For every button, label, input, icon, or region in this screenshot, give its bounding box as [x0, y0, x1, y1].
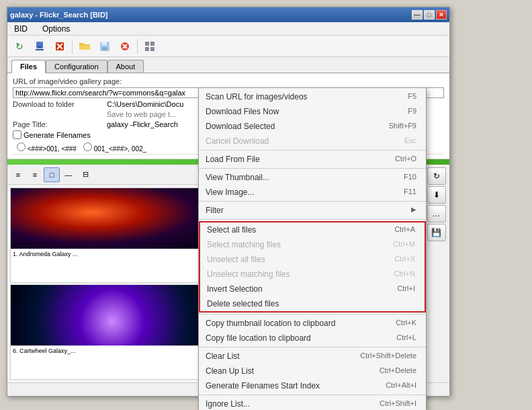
generate-filenames-text: Generate Filenames: [24, 131, 91, 139]
download-button[interactable]: [30, 38, 49, 55]
cm-select-matching: Select matching files Ctrl+M: [200, 237, 425, 252]
delete-button[interactable]: [116, 38, 134, 55]
cm-scan-url-label: Scan URL for images/videos: [206, 92, 308, 101]
cm-download-selected[interactable]: Download Selected Shift+F9: [199, 119, 426, 134]
svg-rect-2: [36, 49, 44, 50]
cm-unselect-all-shortcut: Ctrl+X: [394, 255, 415, 264]
cm-scan-url[interactable]: Scan URL for images/videos F5: [199, 89, 426, 104]
save-to-web-label: Save to web page t...: [107, 110, 176, 118]
cm-clear-list-shortcut: Ctrl+Shift+Delete: [360, 352, 416, 361]
title-bar: galaxy - Flickr_Search [BID] — □ ✕: [7, 7, 449, 22]
cm-cancel-download-shortcut: Esc: [404, 136, 416, 146]
tab-about[interactable]: About: [107, 60, 144, 73]
cm-sep-5: [199, 314, 426, 315]
cm-invert-selection[interactable]: Invert Selection Ctrl+I: [200, 282, 425, 296]
menu-bid[interactable]: BID: [10, 24, 32, 34]
cm-delete-selected[interactable]: Delete selected files: [200, 296, 425, 311]
menu-options[interactable]: Options: [38, 24, 74, 34]
cm-generate-index-label: Generate Filenames Start Index: [206, 381, 320, 391]
radio-1-label: <###>001, <###: [17, 142, 77, 153]
right-btn-1[interactable]: ↻: [427, 167, 446, 185]
cm-cancel-download-label: Cancel Download: [206, 136, 269, 146]
detail-view-btn[interactable]: ≡: [27, 167, 43, 182]
tab-configuration[interactable]: Configuration: [46, 60, 107, 73]
minimize-button[interactable]: —: [412, 10, 423, 19]
generate-filenames-checkbox[interactable]: [13, 130, 21, 139]
svg-rect-14: [145, 47, 149, 51]
cm-ignore-list[interactable]: Ignore List... Ctrl+Shift+I: [199, 397, 426, 410]
cm-download-now-shortcut: F9: [408, 107, 416, 116]
cm-clean-up-list-shortcut: Ctrl+Delete: [380, 366, 416, 376]
cm-download-now-label: Download Files Now: [206, 107, 279, 116]
folder-value: C:\Users\Dominic\Docu: [107, 100, 183, 108]
list-item[interactable]: 1. Andromeda Galaxy ...: [10, 188, 214, 283]
cm-copy-thumb-loc[interactable]: Copy thumbnail location to clipboard Ctr…: [199, 316, 426, 331]
thumb-image-1: [11, 188, 214, 249]
right-btn-3[interactable]: …: [427, 205, 446, 222]
cm-invert-selection-label: Invert Selection: [207, 284, 263, 294]
cm-unselect-matching-label: Unselect matching files: [207, 270, 290, 279]
stop-button[interactable]: [50, 38, 69, 55]
cm-sep-2: [199, 168, 426, 169]
refresh-button[interactable]: ↻: [10, 38, 29, 55]
cm-filter-arrow: ▶: [411, 206, 416, 215]
cm-sep-1: [199, 150, 426, 151]
list-item[interactable]: 6. Cartwheel Galaxy_...: [10, 284, 214, 380]
cm-scan-url-shortcut: F5: [408, 92, 416, 101]
cm-view-thumbnail-shortcut: F10: [404, 173, 416, 182]
radio-1-text: <###>001, <###: [28, 145, 77, 153]
cm-load-from-file-shortcut: Ctrl+O: [395, 155, 416, 164]
cm-clean-up-list[interactable]: Clean Up List Ctrl+Delete: [199, 364, 426, 378]
cm-download-now[interactable]: Download Files Now F9: [199, 104, 426, 119]
cm-unselect-matching: Unselect matching files Ctrl+N: [200, 267, 425, 282]
cm-select-matching-label: Select matching files: [207, 240, 281, 249]
menu-bar: BID Options: [7, 22, 449, 36]
tab-files[interactable]: Files: [11, 60, 46, 73]
tab-bar: Files Configuration About: [7, 57, 449, 73]
cm-copy-thumb-loc-label: Copy thumbnail location to clipboard: [206, 319, 335, 328]
grid-button[interactable]: [140, 38, 159, 55]
radio-2[interactable]: [83, 142, 92, 151]
cm-sep-3: [199, 201, 426, 202]
svg-rect-15: [150, 47, 154, 51]
cm-view-image[interactable]: View Image... F11: [199, 185, 426, 200]
cm-load-from-file-label: Load From File: [206, 155, 260, 164]
page-title-value: galaxy -Flickr_Search: [107, 120, 178, 128]
svg-rect-8: [102, 47, 107, 50]
maximize-button[interactable]: □: [424, 10, 435, 19]
cm-copy-file-loc[interactable]: Copy file location to clipboard Ctrl+L: [199, 331, 426, 345]
save-button[interactable]: [95, 38, 114, 55]
cm-ignore-list-label: Ignore List...: [206, 399, 250, 409]
cm-view-thumbnail[interactable]: View Thumbnail... F10: [199, 170, 426, 185]
page-title-label: Page Title:: [13, 120, 107, 128]
cm-sep-4: [199, 219, 426, 220]
cm-load-from-file[interactable]: Load From File Ctrl+O: [199, 152, 426, 167]
close-button[interactable]: ✕: [436, 10, 447, 19]
cm-invert-selection-shortcut: Ctrl+I: [397, 284, 415, 294]
cm-filter[interactable]: Filter ▶: [199, 203, 426, 218]
folder-button[interactable]: [75, 38, 94, 55]
main-toolbar: ↻: [7, 36, 449, 57]
cm-select-matching-shortcut: Ctrl+M: [393, 240, 415, 249]
cm-download-selected-label: Download Selected: [206, 122, 275, 131]
radio-2-label: 001_<###>, 002_: [83, 142, 146, 153]
cm-generate-index[interactable]: Generate Filenames Start Index Ctrl+Alt+…: [199, 378, 426, 393]
thumb-image-6: [11, 285, 214, 345]
cm-copy-thumb-loc-shortcut: Ctrl+K: [396, 319, 416, 328]
generate-filenames-label: Generate Filenames: [13, 130, 91, 139]
cm-sep-7: [199, 395, 426, 395]
thumb-view-btn[interactable]: □: [44, 167, 60, 182]
cm-clean-up-list-label: Clean Up List: [206, 366, 254, 376]
list-view-btn[interactable]: ≡: [10, 167, 26, 182]
right-btn-2[interactable]: ⬇: [427, 186, 446, 204]
radio-2-text: 001_<###>, 002_: [94, 145, 146, 153]
fit-btn[interactable]: ⊟: [77, 167, 93, 182]
toolbar-sep-2: [137, 39, 138, 54]
cm-select-all[interactable]: Select all files Ctrl+A: [200, 222, 425, 237]
cm-unselect-all: Unselect all files Ctrl+X: [200, 252, 425, 267]
small-thumb-btn[interactable]: —: [60, 167, 77, 182]
radio-1[interactable]: [17, 142, 26, 151]
cm-clear-list[interactable]: Clear List Ctrl+Shift+Delete: [199, 349, 426, 364]
cm-view-image-shortcut: F11: [404, 188, 416, 197]
right-btn-4[interactable]: 💾: [427, 224, 446, 241]
